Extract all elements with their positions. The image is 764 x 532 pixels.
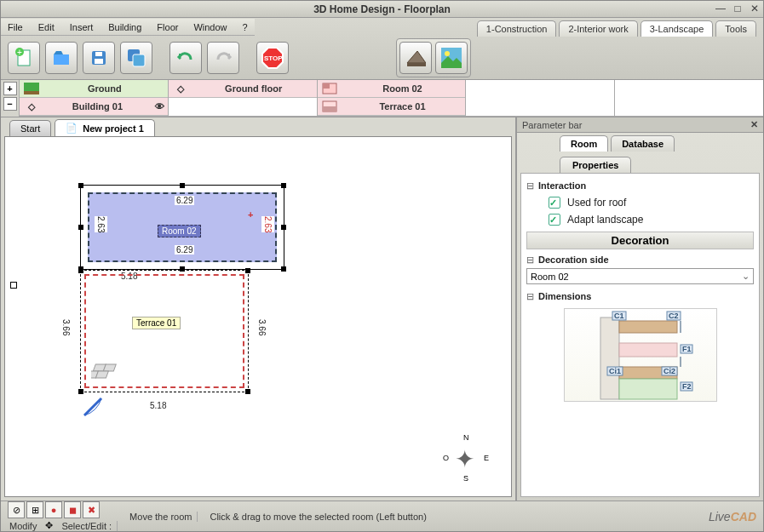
redo-button[interactable] [207, 42, 239, 74]
tool-x-button[interactable]: ✖ [83, 501, 100, 518]
room-icon [321, 82, 338, 95]
section-interaction[interactable]: Interaction [526, 179, 754, 194]
ground-icon [23, 82, 40, 95]
dim-terrace-left: 3.66 [60, 319, 72, 335]
svg-rect-21 [95, 371, 108, 378]
section-dimensions[interactable]: Dimensions [526, 289, 754, 305]
app-logo: LiveCAD [709, 510, 756, 523]
floor-col-ground: Ground ◇ Building 01 👁 [20, 80, 169, 117]
svg-text:STOP: STOP [264, 54, 283, 62]
floor-row-building01[interactable]: ◇ Building 01 👁 [20, 98, 168, 116]
menu-insert[interactable]: Insert [70, 22, 94, 32]
stop-button[interactable]: STOP [256, 42, 289, 74]
minimize-icon[interactable]: — [714, 3, 727, 14]
close-icon[interactable]: ✕ [748, 3, 761, 14]
status-hint: Click & drag to move the selected room (… [204, 512, 431, 522]
floor-col-room02: Room 02 Terrace 01 [318, 80, 467, 117]
status-bar: ⊘ ⊞ ● ◼ ✖ Modify ✥ Select/Edit : Move th… [1, 501, 763, 531]
tab-room[interactable]: Room [560, 135, 608, 152]
tool-point-button[interactable]: ● [45, 501, 62, 518]
svg-rect-17 [323, 106, 336, 112]
svg-text:Ci1: Ci1 [609, 367, 621, 375]
tool-cross-button[interactable]: ⊘ [8, 501, 25, 518]
dim-bottom: 6.29 [175, 245, 194, 255]
svg-rect-7 [133, 54, 145, 66]
roof-view-button[interactable] [399, 42, 432, 74]
remove-floor-button[interactable]: − [3, 97, 17, 111]
close-panel-button[interactable]: ✕ [750, 119, 758, 130]
svg-rect-24 [619, 343, 677, 357]
parameter-bar-title: Parameter bar [522, 120, 582, 130]
menu-floor[interactable]: Floor [157, 22, 178, 32]
diamond-icon: ◇ [172, 82, 189, 95]
subtab-properties[interactable]: Properties [560, 157, 631, 173]
compass-s: S [463, 474, 468, 483]
dim-left: 2.63 [95, 216, 107, 232]
floor-row-label: Terrace 01 [343, 101, 462, 112]
titlebar: 3D Home Design - Floorplan — □ ✕ [1, 1, 763, 18]
tool-grid-button[interactable]: ⊞ [26, 501, 43, 518]
label-used-for-roof: Used for roof [567, 197, 626, 209]
origin-marker [10, 282, 17, 289]
main-toolbar: + STOP [1, 37, 763, 79]
section-decoration-side[interactable]: Decoration side [526, 253, 754, 268]
menubar: File Edit Insert Building Floor Window ? [1, 19, 255, 36]
svg-rect-19 [103, 364, 116, 371]
floor-panel: + − Ground ◇ Building 01 👁 [1, 80, 763, 117]
document-icon: 📄 [66, 123, 78, 134]
menu-file[interactable]: File [8, 22, 23, 32]
menu-window[interactable]: Window [193, 22, 227, 32]
room-terrace01[interactable]: Terrace 01 [80, 270, 249, 392]
svg-text:C2: C2 [669, 312, 679, 320]
tool-square-button[interactable]: ◼ [64, 501, 81, 518]
status-move: Move the room [124, 512, 198, 522]
compass-o: O [443, 454, 449, 462]
svg-rect-26 [619, 379, 677, 399]
tab-interior[interactable]: 2-Interior work [559, 20, 637, 37]
save-button[interactable] [83, 42, 115, 74]
checkbox-used-for-roof[interactable]: ✓ [549, 197, 560, 209]
floor-row-terrace01[interactable]: Terrace 01 [318, 98, 466, 116]
svg-rect-4 [95, 52, 102, 56]
section-decoration: Decoration [526, 232, 754, 249]
compass-star-icon: ✦ [455, 445, 474, 473]
add-floor-button[interactable]: + [3, 82, 17, 95]
svg-text:+: + [17, 48, 22, 57]
status-modify: Modify [8, 521, 42, 531]
cross-marker-icon: + [248, 209, 253, 220]
door-arc-icon [80, 394, 114, 420]
phase-tabs: 1-Construction 2-Interior work 3-Landsca… [477, 18, 763, 37]
workarea: Start 📄 New project 1 Room 02 6.29 6.29 … [1, 117, 763, 501]
undo-button[interactable] [169, 42, 202, 74]
decoration-side-select[interactable]: Room 02 ⌄ [526, 268, 754, 284]
paving-icon [91, 363, 122, 383]
tab-database[interactable]: Database [611, 135, 675, 152]
tab-new-project[interactable]: 📄 New project 1 [55, 119, 155, 136]
floor-col-header: Room 02 [343, 83, 462, 94]
tab-construction[interactable]: 1-Construction [477, 20, 557, 37]
compass-n: N [463, 433, 469, 442]
room-room02[interactable]: Room 02 6.29 6.29 2.63 2.63 + [80, 185, 284, 270]
new-project-button[interactable]: + [8, 42, 40, 74]
svg-rect-23 [619, 321, 677, 333]
visibility-icon[interactable]: 👁 [155, 101, 164, 112]
svg-text:F2: F2 [682, 382, 692, 391]
compass: N S E O ✦ [445, 437, 487, 479]
save-all-button[interactable] [120, 42, 152, 74]
maximize-icon[interactable]: □ [731, 3, 744, 14]
menu-building[interactable]: Building [108, 22, 141, 32]
select-value: Room 02 [531, 272, 569, 282]
floorplan-canvas[interactable]: Room 02 6.29 6.29 2.63 2.63 + 5.18 Terra… [4, 136, 512, 497]
terrace-icon [321, 100, 338, 113]
landscape-view-button[interactable] [435, 42, 468, 74]
menu-edit[interactable]: Edit [38, 22, 55, 32]
app-window: 3D Home Design - Floorplan — □ ✕ File Ed… [0, 0, 764, 532]
open-button[interactable] [45, 42, 78, 74]
tab-start[interactable]: Start [9, 120, 51, 136]
tab-tools[interactable]: Tools [715, 20, 756, 37]
checkbox-adapt-landscape[interactable]: ✓ [549, 214, 560, 226]
tab-landscape[interactable]: 3-Landscape [640, 20, 714, 37]
floor-col-groundfloor: ◇ Ground floor [169, 80, 318, 117]
label-adapt-landscape: Adapt landscape [567, 214, 643, 226]
menu-help[interactable]: ? [243, 22, 248, 32]
